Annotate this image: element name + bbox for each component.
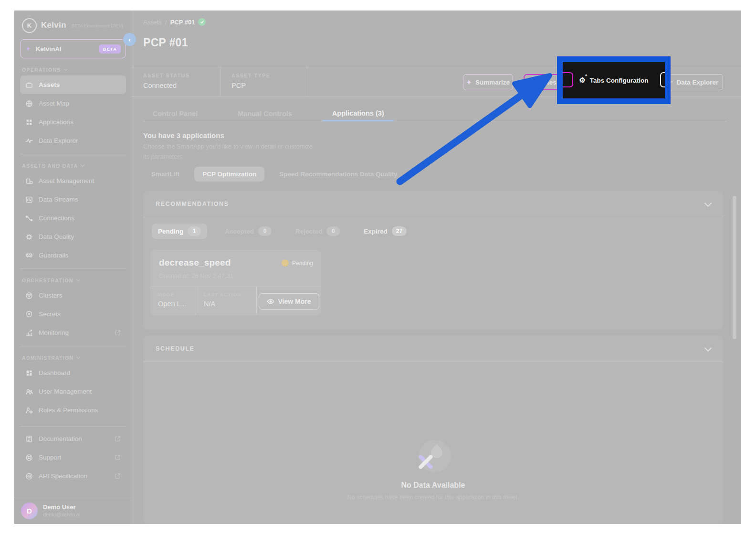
filter-pending[interactable]: Pending 1 bbox=[152, 224, 207, 239]
count-badge: 0 bbox=[258, 226, 272, 236]
environment-label: BETA Environment (DEV) bbox=[72, 23, 123, 28]
sidebar-divider bbox=[20, 268, 126, 269]
no-data-icon bbox=[416, 440, 451, 475]
sidebar-section-administration[interactable]: ADMINISTRATION bbox=[22, 353, 124, 362]
recommendations-header[interactable]: RECOMMENDATIONS bbox=[143, 191, 723, 217]
sidebar: K Kelvin BETA Environment (DEV) ✦ Kelvin… bbox=[14, 11, 132, 524]
status-badge: … Pending bbox=[282, 259, 313, 267]
secrets-icon bbox=[25, 310, 33, 318]
sidebar-item-connections[interactable]: Connections bbox=[20, 209, 126, 227]
sidebar-item-assets[interactable]: Assets bbox=[20, 75, 126, 94]
chevron-down-icon bbox=[76, 278, 80, 281]
view-more-button[interactable]: View More bbox=[259, 293, 319, 310]
breadcrumb-current: PCP #01 bbox=[170, 19, 195, 26]
assets-icon bbox=[25, 81, 33, 89]
applications-subheading: its parameters. bbox=[143, 153, 184, 160]
kelvinai-button[interactable]: ✦ KelvinAI BETA bbox=[20, 39, 126, 58]
documentation-icon bbox=[25, 435, 33, 443]
sidebar-item-applications[interactable]: Applications bbox=[20, 113, 126, 131]
chip-pcp-optimization[interactable]: PCP Optimization bbox=[194, 167, 264, 182]
asset-type-field: ASSET TYPE PCP bbox=[231, 73, 270, 89]
dashboard-icon bbox=[25, 369, 33, 377]
scrollbar-thumb[interactable] bbox=[733, 196, 736, 339]
annotation-highlight-box: Notes ⚙✦ Tabs Configuration bbox=[557, 56, 671, 104]
data-streams-icon bbox=[25, 195, 33, 203]
external-link-icon bbox=[115, 330, 121, 336]
sidebar-divider bbox=[20, 154, 126, 154]
sidebar-divider bbox=[20, 346, 126, 346]
sidebar-item-documentation[interactable]: Documentation bbox=[20, 429, 126, 448]
sidebar-item-asset-management[interactable]: Asset Management bbox=[20, 171, 126, 190]
empty-state: No Data Available No schedules have been… bbox=[143, 440, 723, 501]
recommendations-panel: RECOMMENDATIONS Pending 1 Accepted 0 Rej… bbox=[143, 191, 723, 330]
schedule-header[interactable]: SCHEDULE bbox=[143, 336, 723, 362]
external-link-icon bbox=[115, 473, 121, 480]
pending-dot-icon: … bbox=[282, 259, 289, 267]
sparkle-icon: ✦ bbox=[466, 79, 472, 86]
sidebar-item-data-streams[interactable]: Data Streams bbox=[20, 190, 126, 209]
user-management-icon bbox=[25, 387, 33, 396]
connections-icon bbox=[25, 214, 33, 222]
sidebar-section-orchestration[interactable]: ORCHESTRATION bbox=[22, 276, 124, 284]
chevron-down-icon bbox=[76, 355, 80, 359]
sidebar-divider bbox=[20, 426, 126, 427]
tab-applications[interactable]: Applications (3) bbox=[323, 107, 394, 121]
asset-management-icon bbox=[25, 177, 33, 185]
sidebar-item-api-specification[interactable]: API Specification bbox=[20, 467, 126, 485]
sparkle-icon: ✦ bbox=[25, 45, 31, 53]
sidebar-item-data-explorer[interactable]: Data Explorer bbox=[20, 131, 126, 150]
recommendation-filters: Pending 1 Accepted 0 Rejected 0 Expired … bbox=[152, 224, 413, 239]
data-quality-icon bbox=[25, 233, 33, 241]
tab-manual-controls[interactable]: Manual Controls bbox=[228, 107, 302, 121]
asset-status-field: ASSET STATUS Connected bbox=[143, 73, 190, 89]
sidebar-section-operations[interactable]: OPERATIONS bbox=[22, 65, 124, 74]
sidebar-item-data-quality[interactable]: Data Quality bbox=[20, 227, 126, 246]
recommendation-card-footer: MODE Open L... LAST ACTION N/A View More bbox=[150, 287, 321, 315]
breadcrumb-assets-link[interactable]: Assets bbox=[143, 19, 162, 26]
gear-icon: ⚙✦ bbox=[579, 76, 585, 85]
sidebar-item-clusters[interactable]: Clusters bbox=[20, 286, 126, 305]
sidebar-item-roles-permissions[interactable]: Roles & Permissions bbox=[20, 401, 126, 419]
connected-check-icon bbox=[198, 18, 206, 26]
kelvin-logo[interactable]: K Kelvin BETA Environment (DEV) bbox=[22, 18, 126, 32]
filter-rejected[interactable]: Rejected 0 bbox=[289, 224, 346, 239]
data-explorer-button-fragment[interactable] bbox=[660, 72, 671, 87]
external-link-icon bbox=[115, 454, 121, 461]
user-email: demo@kelvin.ai bbox=[43, 511, 80, 518]
empty-state-subtitle: No schedules have been created for this … bbox=[143, 494, 723, 501]
count-badge: 1 bbox=[188, 226, 201, 236]
sidebar-item-asset-map[interactable]: Asset Map bbox=[20, 94, 126, 113]
tabs-configuration-button[interactable]: ⚙✦ Tabs Configuration bbox=[563, 62, 665, 98]
chevron-down-icon bbox=[704, 344, 712, 352]
avatar: D bbox=[21, 503, 38, 519]
sidebar-item-guardrails[interactable]: Guardrails bbox=[20, 246, 126, 265]
sidebar-item-dashboard[interactable]: Dashboard bbox=[20, 364, 126, 382]
summarize-button[interactable]: ✦ Summarize bbox=[463, 74, 513, 90]
sidebar-section-assets-and-data[interactable]: ASSETS AND DATA bbox=[22, 161, 124, 170]
breadcrumb: Assets / PCP #01 bbox=[143, 18, 206, 26]
roles-permissions-icon bbox=[25, 406, 33, 414]
chip-speed-recommendations-data-quality[interactable]: Speed Recommendations Data Quality bbox=[271, 167, 406, 182]
smartapp-chips: SmartLift PCP Optimization Speed Recomme… bbox=[143, 167, 406, 182]
recommendation-created-at: Created at: 26 Nov 2:47:31 bbox=[159, 272, 233, 279]
tab-control-panel[interactable]: Control Panel bbox=[143, 107, 207, 121]
filter-expired[interactable]: Expired 27 bbox=[357, 224, 413, 239]
user-profile[interactable]: D Demo User demo@kelvin.ai bbox=[14, 497, 132, 524]
sidebar-item-user-management[interactable]: User Management bbox=[20, 382, 126, 401]
sidebar-item-secrets[interactable]: Secrets bbox=[20, 305, 126, 323]
view-more-cell: View More bbox=[256, 287, 321, 315]
filter-accepted[interactable]: Accepted 0 bbox=[219, 224, 278, 239]
sidebar-item-support[interactable]: Support bbox=[20, 448, 126, 467]
sidebar-collapse-button[interactable]: ‹ bbox=[123, 33, 136, 46]
sidebar-item-monitoring[interactable]: Monitoring bbox=[20, 323, 126, 342]
brand-name: Kelvin bbox=[41, 21, 66, 30]
applications-subheading: Choose the SmartApp you'd like to view i… bbox=[143, 143, 313, 150]
guardrails-icon bbox=[25, 251, 33, 259]
monitoring-icon bbox=[25, 329, 33, 337]
data-explorer-icon bbox=[25, 137, 33, 145]
asset-tabs: Control Panel Manual Controls Applicatio… bbox=[143, 107, 726, 121]
support-icon bbox=[25, 453, 33, 461]
beta-badge: BETA bbox=[99, 44, 121, 54]
count-badge: 27 bbox=[392, 226, 407, 236]
chip-smartlift[interactable]: SmartLift bbox=[143, 167, 188, 182]
